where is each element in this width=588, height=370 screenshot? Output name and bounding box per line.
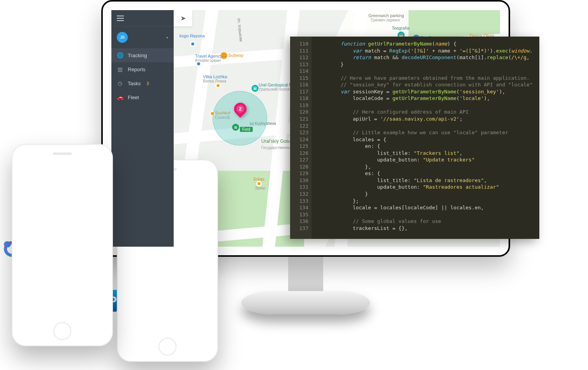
- street-label: Ул. Хорькова: [237, 18, 243, 42]
- poi-dot: [191, 42, 194, 46]
- map-poi-sublabel: Гринвич паркинг: [371, 18, 400, 22]
- monitor-stand-foot: [241, 291, 370, 314]
- map-toolbar: ➤: [174, 10, 192, 26]
- code-gutter: 110 111 112 113 114 115 116 117 118 119 …: [290, 37, 312, 239]
- tracker-radius: [213, 91, 267, 146]
- sidebar-item-tracking[interactable]: 🌐 Tracking: [111, 48, 174, 62]
- map-poi-label: Greenwich parking: [368, 13, 404, 18]
- map-poi-label: kogo Rayona: [180, 33, 205, 38]
- subway-icon: 🍔: [220, 52, 227, 59]
- poi-dot: [217, 84, 220, 87]
- code-body: function getUrlParameterByName(name) { v…: [312, 37, 539, 239]
- clock-icon: ◷: [117, 80, 123, 86]
- sidebar-item-tasks[interactable]: ◷ Tasks β: [111, 76, 174, 90]
- beta-badge: β: [147, 81, 149, 86]
- sidebar-item-label: Reports: [128, 67, 146, 72]
- phone-screen: [18, 167, 107, 318]
- globe-icon: 🌐: [117, 52, 123, 58]
- car-icon: 🚗: [117, 94, 123, 100]
- museum-icon: 🏛: [252, 85, 259, 92]
- sidebar-user[interactable]: JR ▾: [111, 26, 174, 48]
- poi-dot: [197, 62, 200, 65]
- sidebar-item-reports[interactable]: ▥ Reports: [111, 62, 174, 76]
- phone-mockup-left: [12, 144, 113, 346]
- wifi-icon: ⋒: [232, 124, 239, 131]
- tracker-pin[interactable]: 2: [231, 100, 249, 117]
- avatar: JR: [117, 32, 128, 43]
- hamburger-icon[interactable]: [117, 18, 124, 19]
- chevron-down-icon: ▾: [166, 35, 168, 40]
- code-editor[interactable]: 110 111 112 113 114 115 116 117 118 119 …: [290, 37, 539, 239]
- sidebar-item-label: Tasks: [128, 81, 141, 86]
- sidebar-item-label: Fleet: [128, 95, 139, 100]
- sidebar-item-fleet[interactable]: 🚗 Fleet: [111, 90, 174, 104]
- monitor-stand-neck: [288, 257, 323, 292]
- sidebar-header: [111, 10, 174, 26]
- map-poi-label: Teagrafia: [392, 26, 409, 30]
- tracker-label-chip[interactable]: Ford: [240, 127, 253, 132]
- bar-chart-icon: ▥: [117, 66, 123, 72]
- sidebar: JR ▾ 🌐 Tracking ▥ Reports ◷ Tasks β 🚗 Fl…: [111, 10, 174, 247]
- sidebar-item-label: Tracking: [128, 53, 147, 58]
- tracker-count: 2: [234, 103, 246, 115]
- locate-icon[interactable]: ➤: [180, 14, 186, 23]
- poi-dot: [257, 182, 261, 185]
